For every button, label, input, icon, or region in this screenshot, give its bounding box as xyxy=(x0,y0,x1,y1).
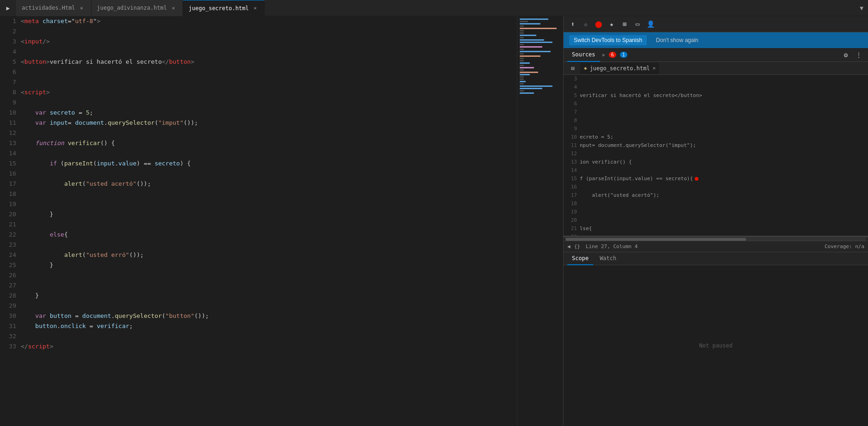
code-line[interactable]: if (parseInt(input.value) == secreto) { xyxy=(21,158,508,169)
code-line[interactable]: <script> xyxy=(21,87,508,97)
grid-icon[interactable]: ⊞ xyxy=(619,18,630,30)
collapse-sources-btn[interactable]: ◀ xyxy=(567,243,571,250)
tab-actividades[interactable]: actividades.Html ✕ xyxy=(16,0,91,16)
sources-file-item[interactable]: ◈ juego_secreto.html ✕ xyxy=(580,63,659,74)
mini-line-number: 17 xyxy=(566,191,577,200)
line-number: 8 xyxy=(4,87,16,97)
minimap[interactable] xyxy=(517,16,563,426)
mini-code-line: alert("usted acertó"); xyxy=(580,191,868,200)
code-line[interactable]: else{ xyxy=(21,230,508,240)
code-line[interactable] xyxy=(21,148,508,158)
tab-juego-adivinanza[interactable]: juego_adivinanza.html ✕ xyxy=(91,0,183,16)
code-line[interactable] xyxy=(21,280,508,291)
star-icon[interactable]: ☆ xyxy=(580,18,591,30)
code-line[interactable]: } xyxy=(21,209,508,219)
main-area: 1234567891011121314151617181920212223242… xyxy=(0,16,868,426)
mini-code-line: nput= document.querySelector("imput"); xyxy=(580,141,868,150)
line-number: 20 xyxy=(4,209,16,219)
mini-line-number: 7 xyxy=(566,108,577,116)
html-file-icon: ◈ xyxy=(584,65,587,71)
code-line[interactable] xyxy=(21,97,508,108)
code-line[interactable]: var button = document.querySelector("but… xyxy=(21,311,508,321)
code-lines[interactable]: <meta charset="utf-8"> <input/> <button>… xyxy=(21,16,517,426)
code-line[interactable]: <button>verificar si hacertó el secreto<… xyxy=(21,57,508,67)
code-line[interactable] xyxy=(21,199,508,209)
code-line[interactable] xyxy=(21,219,508,230)
share-icon[interactable]: ⬆ xyxy=(567,18,578,30)
play-button[interactable]: ▶ xyxy=(0,0,16,16)
code-line[interactable]: } xyxy=(21,260,508,270)
code-line[interactable]: <meta charset="utf-8"> xyxy=(21,16,508,26)
code-line[interactable] xyxy=(21,128,508,138)
minimap-content xyxy=(517,16,563,97)
line-number: 2 xyxy=(4,26,16,37)
code-line[interactable] xyxy=(21,26,508,37)
mini-line-number: 3 xyxy=(566,75,577,83)
mini-code-line xyxy=(580,200,868,208)
tab-overflow-button[interactable]: ▼ xyxy=(855,5,868,12)
mini-line-number: 10 xyxy=(566,133,577,141)
mini-code-line xyxy=(580,83,868,91)
format-icon[interactable]: {} xyxy=(574,243,580,250)
code-line[interactable]: function verificar() { xyxy=(21,138,508,148)
error-dot xyxy=(695,177,698,181)
devtools-toolbar: ⬆ ☆ ⬤ ★ ⊞ ▭ 👤 xyxy=(564,16,868,32)
mini-code-content[interactable]: verificar si hacertó el secreto</button>… xyxy=(580,75,868,236)
file-browser-icon[interactable]: ⊟ xyxy=(567,63,578,74)
switch-devtools-btn[interactable]: Switch DevTools to Spanish xyxy=(569,35,647,45)
line-number: 18 xyxy=(4,189,16,199)
line-number: 1 xyxy=(4,16,16,26)
line-col-status: Line 27, Column 4 xyxy=(586,243,638,250)
more-tabs-btn[interactable]: » xyxy=(602,52,605,58)
tab-close-juego-adivinanza[interactable]: ✕ xyxy=(170,4,177,12)
code-line[interactable]: } xyxy=(21,291,508,301)
tab-close-juego-secreto[interactable]: ✕ xyxy=(251,5,259,12)
code-line[interactable] xyxy=(21,189,508,199)
code-line[interactable]: var secreto = 5; xyxy=(21,108,508,118)
mini-line-number: 21 xyxy=(566,225,577,233)
user-icon[interactable]: 👤 xyxy=(645,18,656,30)
devtools-sources: Sources » 6 1 ⚙ ⋮ ⊟ ◈ juego_secreto.html… xyxy=(564,48,868,426)
line-number: 28 xyxy=(4,291,16,301)
code-line[interactable] xyxy=(21,331,508,341)
line-number: 26 xyxy=(4,270,16,280)
not-paused-area: Not paused xyxy=(564,265,868,426)
scope-tab[interactable]: Scope xyxy=(567,252,593,265)
line-number: 27 xyxy=(4,280,16,291)
breakpoints-badge: 1 xyxy=(620,52,627,58)
code-line[interactable] xyxy=(21,270,508,280)
more-icon[interactable]: ⋮ xyxy=(853,49,864,61)
tab-juego-secreto[interactable]: juego_secreto.html ✕ xyxy=(183,0,265,16)
code-line[interactable]: button.onclick = verificar; xyxy=(21,321,508,331)
record-icon[interactable]: ⬤ xyxy=(593,18,604,30)
bookmark-icon[interactable]: ★ xyxy=(606,18,617,30)
mini-code-area[interactable]: 3456789101112131415161718192021222324252… xyxy=(564,75,868,236)
dont-show-btn[interactable]: Don't show again xyxy=(651,35,703,45)
code-line[interactable] xyxy=(21,301,508,311)
tab-sources[interactable]: Sources xyxy=(567,48,600,62)
mini-line-number: 20 xyxy=(566,216,577,225)
tab-label: juego_secreto.html xyxy=(188,5,249,12)
code-line[interactable]: alert("usted acertó"()); xyxy=(21,179,508,189)
tab-close-actividades[interactable]: ✕ xyxy=(78,4,85,12)
code-line[interactable] xyxy=(21,169,508,179)
settings-icon[interactable]: ⚙ xyxy=(840,49,851,61)
line-number: 14 xyxy=(4,148,16,158)
line-number: 9 xyxy=(4,97,16,108)
window-icon[interactable]: ▭ xyxy=(632,18,643,30)
watch-tab[interactable]: Watch xyxy=(595,252,621,265)
code-line[interactable]: var input= document.querySelector("imput… xyxy=(21,118,508,128)
close-file-tab-btn[interactable]: ✕ xyxy=(653,65,656,71)
mini-line-number: 8 xyxy=(566,116,577,125)
mini-line-number: 12 xyxy=(566,150,577,158)
code-line[interactable] xyxy=(21,47,508,57)
code-container[interactable]: 1234567891011121314151617181920212223242… xyxy=(0,16,517,426)
code-line[interactable]: </script> xyxy=(21,341,508,352)
devtools-panel: ⬆ ☆ ⬤ ★ ⊞ ▭ 👤 Switch DevTools to Spanish… xyxy=(563,16,868,426)
code-line[interactable]: alert("usted erró"()); xyxy=(21,250,508,260)
line-number: 6 xyxy=(4,67,16,77)
code-line[interactable] xyxy=(21,240,508,250)
code-line[interactable] xyxy=(21,67,508,77)
code-line[interactable] xyxy=(21,77,508,87)
code-line[interactable]: <input/> xyxy=(21,37,508,47)
